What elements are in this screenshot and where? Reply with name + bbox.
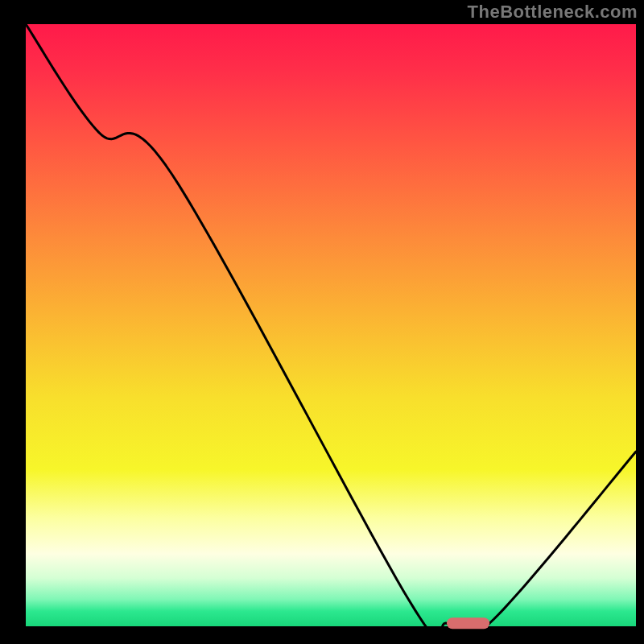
chart-svg: [0, 0, 644, 644]
chart-container: TheBottleneck.com: [0, 0, 644, 644]
plot-background: [26, 24, 636, 626]
optimal-marker: [447, 617, 489, 629]
watermark-text: TheBottleneck.com: [468, 2, 638, 23]
